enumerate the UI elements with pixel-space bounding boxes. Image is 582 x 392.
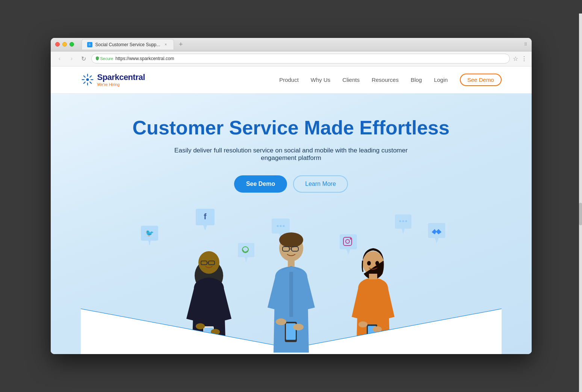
svg-point-17 <box>350 238 351 240</box>
hero-learn-more-button[interactable]: Learn More <box>293 175 348 193</box>
nav-blog[interactable]: Blog <box>411 77 422 83</box>
nav-see-demo-button[interactable]: See Demo <box>460 74 502 86</box>
maximize-button[interactable] <box>70 42 74 47</box>
minimize-button[interactable] <box>62 42 67 47</box>
chat-bubble-right <box>393 214 413 236</box>
refresh-button[interactable]: ↻ <box>79 54 88 63</box>
svg-point-13 <box>280 225 281 227</box>
person-center <box>252 229 331 354</box>
logo-hiring: We're Hiring <box>97 82 145 87</box>
forward-button[interactable]: › <box>67 54 76 63</box>
hero-subtitle: Easily deliver full resolution service o… <box>160 147 423 162</box>
logo-text: Sparkcentral We're Hiring <box>97 72 145 87</box>
svg-line-5 <box>83 76 85 77</box>
person-left <box>173 244 245 354</box>
hero-buttons: See Demo Learn More <box>81 175 502 193</box>
hero-title: Customer Service Made Effortless <box>81 116 502 139</box>
svg-text:🐦: 🐦 <box>145 229 154 237</box>
address-bar[interactable]: Secure https://www.sparkcentral.com <box>91 54 510 63</box>
nav-product[interactable]: Product <box>279 77 299 83</box>
logo[interactable]: Sparkcentral We're Hiring <box>81 72 145 87</box>
svg-rect-35 <box>289 272 293 317</box>
mac-window: S Social Customer Service Supp... × + ⠿ … <box>51 38 532 354</box>
tab-bar: S Social Customer Service Supp... × + <box>82 39 521 50</box>
svg-line-8 <box>83 82 85 84</box>
svg-rect-48 <box>369 274 377 279</box>
svg-rect-40 <box>288 259 295 267</box>
svg-point-38 <box>276 318 286 325</box>
nav-links: Product Why Us Clients Resources Blog Lo… <box>279 74 501 86</box>
hero-section: Customer Service Made Effortless Easily … <box>51 93 532 354</box>
window-controls: ⠿ <box>524 42 527 47</box>
back-button[interactable]: ‹ <box>55 54 64 63</box>
hero-people-area: 🐦 f <box>81 211 502 354</box>
nav-login[interactable]: Login <box>434 77 448 83</box>
svg-text:f: f <box>204 212 207 221</box>
secure-badge: Secure <box>95 56 113 61</box>
nav-why-us[interactable]: Why Us <box>311 77 331 83</box>
svg-line-7 <box>90 76 91 77</box>
new-tab-button[interactable]: + <box>176 40 185 49</box>
svg-point-12 <box>277 225 278 227</box>
svg-point-29 <box>211 329 220 335</box>
nav-clients[interactable]: Clients <box>342 77 360 83</box>
hero-see-demo-button[interactable]: See Demo <box>234 175 287 193</box>
person-right <box>337 244 409 354</box>
close-button[interactable] <box>55 42 60 47</box>
messenger-bubble <box>426 223 447 246</box>
svg-point-0 <box>86 78 89 81</box>
active-tab[interactable]: S Social Customer Service Supp... × <box>82 39 174 50</box>
website-content: Sparkcentral We're Hiring Product Why Us… <box>51 66 532 354</box>
svg-point-28 <box>196 323 205 329</box>
tab-title: Social Customer Service Supp... <box>95 42 160 47</box>
logo-name: Sparkcentral <box>97 72 145 82</box>
twitter-bubble: 🐦 <box>139 226 160 247</box>
tab-close-icon[interactable]: × <box>163 42 168 47</box>
svg-point-20 <box>405 220 407 222</box>
svg-point-43 <box>375 261 379 265</box>
sparkcentral-logo-icon <box>81 73 94 86</box>
traffic-lights <box>55 42 74 47</box>
svg-line-6 <box>90 82 91 84</box>
svg-rect-27 <box>204 328 213 342</box>
svg-point-47 <box>373 326 382 332</box>
svg-point-46 <box>358 321 367 327</box>
facebook-bubble: f <box>194 209 216 234</box>
tab-favicon: S <box>87 42 92 47</box>
svg-point-31 <box>279 232 303 247</box>
site-navigation: Sparkcentral We're Hiring Product Why Us… <box>51 66 532 93</box>
svg-point-18 <box>399 220 401 222</box>
svg-point-14 <box>283 225 284 227</box>
browser-bar: ‹ › ↻ Secure https://www.sparkcentral.co… <box>51 51 532 66</box>
svg-point-39 <box>293 324 304 330</box>
nav-resources[interactable]: Resources <box>372 77 399 83</box>
bookmark-button[interactable]: ☆ <box>513 55 518 62</box>
svg-point-19 <box>402 220 404 222</box>
titlebar: S Social Customer Service Supp... × + ⠿ <box>51 38 532 51</box>
more-options-button[interactable]: ⋮ <box>521 55 527 62</box>
svg-point-42 <box>367 261 371 265</box>
url-text: https://www.sparkcentral.com <box>115 56 174 61</box>
